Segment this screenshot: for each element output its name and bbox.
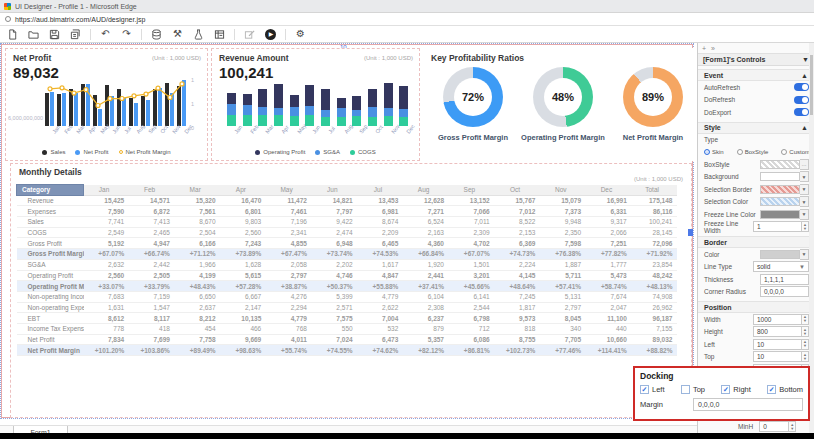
table-row[interactable]: SG&A2,6322,4421,9661,6282,0582,2021,6171…: [17, 259, 678, 270]
toggle-autorefresh[interactable]: [794, 83, 809, 91]
control-boxstyle[interactable]: …: [760, 159, 809, 170]
dropdown-arrow-icon[interactable]: ▼: [800, 249, 809, 260]
column-header[interactable]: Sep: [449, 185, 495, 196]
control-thickness[interactable]: 1,1,1,1: [760, 274, 809, 285]
chevron-down-icon[interactable]: ▼: [799, 264, 805, 270]
table-row[interactable]: Gross Profit Margin+67.07%+66.74%+71.12%…: [17, 249, 678, 260]
value-input[interactable]: 800: [753, 326, 802, 337]
checkbox-unchecked-icon[interactable]: [681, 385, 690, 394]
table-row[interactable]: Net Profit7,8347,6997,7589,6694,0117,024…: [17, 334, 678, 345]
open-folder-icon[interactable]: [27, 28, 40, 41]
new-file-icon[interactable]: [6, 28, 19, 41]
control-width[interactable]: 1000▲▼: [753, 314, 809, 325]
docking-margin-input[interactable]: 0,0,0,0: [693, 398, 803, 411]
value-input[interactable]: 0,0,0,0: [760, 286, 809, 297]
value-input[interactable]: 10: [753, 339, 802, 350]
column-header[interactable]: Mar: [175, 185, 221, 196]
column-header[interactable]: Jul: [358, 185, 404, 196]
spinner-arrows-icon[interactable]: ▲▼: [789, 421, 796, 432]
url-text[interactable]: https://aud.bimatrix.com/AUD/designer.js…: [15, 16, 145, 23]
controls-header[interactable]: [Form1]'s Controls ▼: [698, 53, 814, 66]
swatch-checker-swatch[interactable]: [760, 160, 800, 169]
select-input[interactable]: solid▼: [753, 261, 809, 272]
undo-icon[interactable]: ↶: [99, 28, 112, 41]
value-input[interactable]: 1000: [753, 314, 802, 325]
database-icon[interactable]: [150, 28, 163, 41]
spinner-arrows-icon[interactable]: ▲▼: [802, 314, 809, 325]
panel-vscrollbar-thumb[interactable]: [810, 55, 813, 115]
revenue-card[interactable]: Revenue Amount (Unit : 1,000 USD) 100,24…: [211, 48, 420, 161]
monthly-details-card[interactable]: Monthly Details (Unit : 1,000 USD) Categ…: [10, 163, 692, 418]
table-row[interactable]: Income Tax Expense7784184544667685505328…: [17, 323, 678, 334]
dropdown-arrow-icon[interactable]: ▼: [800, 184, 809, 195]
control-line-type[interactable]: solid▼: [753, 261, 809, 272]
net-profit-card[interactable]: Net Profit (Unit : 1,000 USD) 89,032 6,0…: [5, 48, 208, 161]
value-input[interactable]: 10: [753, 351, 802, 362]
swatch-red-swatch[interactable]: [760, 185, 800, 194]
swatch-lightgray-swatch[interactable]: [760, 250, 800, 259]
table-row[interactable]: Operating Profit Margin+33.07%+33.79%+48…: [17, 281, 678, 292]
save-icon[interactable]: [48, 28, 61, 41]
table-row[interactable]: Sales7,7417,4138,6709,8037,1969,4228,674…: [17, 217, 678, 228]
swatch-white-swatch[interactable]: [760, 172, 800, 181]
browser-urlbar[interactable]: https://aud.bimatrix.com/AUD/designer.js…: [0, 13, 814, 26]
flask-icon[interactable]: [192, 28, 205, 41]
table-row[interactable]: Expenses7,5906,8727,5616,8017,4617,7976,…: [17, 206, 678, 217]
table-row[interactable]: Revenue15,42514,57115,32016,47011,47214,…: [17, 195, 678, 206]
dock-option-top[interactable]: Top: [681, 385, 705, 394]
swatch-blue-swatch[interactable]: [760, 197, 800, 206]
control-color[interactable]: ▼: [760, 249, 809, 260]
toggle-dorefresh[interactable]: [794, 96, 809, 104]
control-freeze-line-color[interactable]: ▼: [760, 209, 809, 220]
save-all-icon[interactable]: [69, 28, 82, 41]
column-header[interactable]: Total: [632, 185, 678, 196]
dock-option-right[interactable]: ✓Right: [721, 385, 751, 394]
column-header[interactable]: Aug: [403, 185, 449, 196]
spinner-arrows-icon[interactable]: ▲▼: [802, 351, 809, 362]
table-row[interactable]: Operating Profit2,5602,5054,1995,6152,79…: [17, 270, 678, 281]
radio-custom[interactable]: Custom: [781, 149, 810, 155]
table-row[interactable]: Gross Profit5,1924,9476,1667,2434,8556,9…: [17, 238, 678, 249]
redo-icon[interactable]: ↷: [120, 28, 133, 41]
radio-skin[interactable]: Skin: [704, 149, 724, 155]
control-selection-border[interactable]: ▼: [760, 184, 809, 195]
spinner-arrows-icon[interactable]: ▲▼: [802, 221, 809, 232]
section-header-style[interactable]: Style▲: [698, 122, 814, 134]
radio-boxstyle[interactable]: BoxStyle: [737, 149, 769, 155]
dropdown-arrow-icon[interactable]: ▼: [800, 196, 809, 207]
checkbox-checked-icon[interactable]: ✓: [721, 385, 730, 394]
table-row[interactable]: COGS2,5492,4652,5042,5602,3412,4742,2092…: [17, 227, 678, 238]
data-table-icon[interactable]: [213, 28, 226, 41]
ellipsis-button[interactable]: …: [800, 159, 809, 170]
column-header[interactable]: Nov: [540, 185, 586, 196]
section-header-event[interactable]: Event▲: [698, 69, 814, 81]
spinner-arrows-icon[interactable]: ▲▼: [802, 326, 809, 337]
monthly-details-table[interactable]: CategoryJanFebMarAprMayJunJulAugSepOctNo…: [16, 184, 677, 356]
collapse-panel-icon[interactable]: »: [711, 45, 715, 52]
control-background[interactable]: ▼: [760, 171, 809, 182]
column-header[interactable]: May: [266, 185, 312, 196]
selection-handle[interactable]: [688, 229, 693, 236]
tools-icon[interactable]: ⚒: [171, 28, 184, 41]
value-input[interactable]: 1: [753, 221, 802, 232]
radio-dot-icon[interactable]: [704, 149, 710, 155]
chevron-down-icon[interactable]: ▼: [802, 56, 809, 63]
value-input[interactable]: 1,1,1,1: [760, 274, 809, 285]
column-header[interactable]: Feb: [129, 185, 175, 196]
column-header[interactable]: Jun: [312, 185, 358, 196]
table-row[interactable]: EBT8,6128,1178,21210,1354,7797,5757,0046…: [17, 313, 678, 324]
control-height[interactable]: 800▲▼: [753, 326, 809, 337]
table-row[interactable]: Non-operating Expense1,6311,5472,6372,14…: [17, 302, 678, 313]
dropdown-arrow-icon[interactable]: ▼: [800, 171, 809, 182]
pin-icon[interactable]: +: [702, 45, 706, 52]
edit-icon[interactable]: [243, 28, 256, 41]
dropdown-arrow-icon[interactable]: ▼: [800, 209, 809, 220]
control-selection-color[interactable]: ▼: [760, 196, 809, 207]
control-top[interactable]: 10▲▼: [753, 351, 809, 362]
radio-dot-icon[interactable]: [781, 149, 787, 155]
ratios-card[interactable]: Key Profitability Ratios 72%Gross Profit…: [423, 48, 694, 161]
column-header[interactable]: Apr: [221, 185, 267, 196]
spinner-arrows-icon[interactable]: ▲▼: [802, 339, 809, 350]
section-header-position[interactable]: Position: [698, 301, 814, 313]
settings-icon[interactable]: ⚙: [294, 28, 307, 41]
